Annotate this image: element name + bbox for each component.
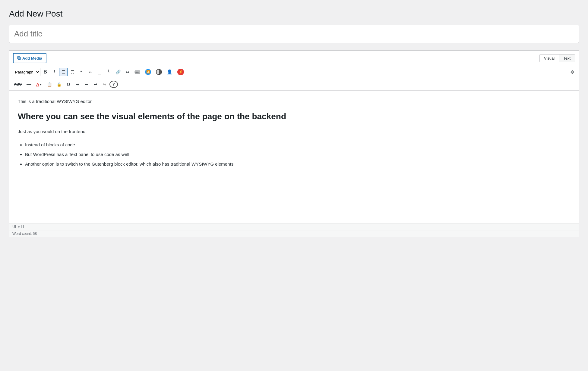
- tab-visual[interactable]: Visual: [540, 55, 559, 62]
- outdent-button[interactable]: ⇤: [82, 80, 91, 89]
- editor-paragraph-2: Just as you would on the frontend.: [18, 128, 570, 135]
- more-tag-button[interactable]: ⇔: [123, 68, 132, 76]
- wifi-plugin-button[interactable]: 📶: [143, 68, 153, 76]
- pie-icon: [156, 69, 162, 75]
- editor-heading: Where you can see the visual elements of…: [18, 111, 570, 122]
- title-input-wrapper: [9, 25, 579, 43]
- ordered-list-button[interactable]: ☶: [68, 68, 77, 76]
- toolbar-row-2: ABC — A ▼ 📋 🔒 Ω ⇥ ⇤ ↩ ↪ ?: [9, 78, 579, 91]
- tab-text[interactable]: Text: [559, 55, 575, 62]
- help-button[interactable]: ?: [109, 81, 118, 88]
- undo-button[interactable]: ↩: [91, 80, 100, 89]
- add-media-icon: ⧉: [17, 55, 21, 61]
- card-icon: 👤: [167, 69, 172, 75]
- text-color-icon: A: [36, 82, 39, 87]
- indent-button[interactable]: ⇥: [73, 80, 82, 89]
- fullscreen-button[interactable]: ✥: [568, 68, 576, 76]
- wifi-icon: 📶: [145, 69, 151, 75]
- link-button[interactable]: 🔗: [113, 68, 123, 76]
- editor-body[interactable]: This is a traditional WYSIWYG editor Whe…: [9, 91, 579, 223]
- add-media-label: Add Media: [22, 56, 42, 61]
- word-count-label: Word count: 58: [12, 232, 37, 236]
- blockquote-button[interactable]: ❝: [77, 68, 86, 76]
- editor-container: ⧉ Add Media Visual Text Paragraph B I ☰ …: [9, 50, 579, 237]
- keyboard-icon-button[interactable]: ⌨: [132, 68, 142, 76]
- red-bolt-plugin-button[interactable]: ⚡: [175, 68, 186, 76]
- toolbar-row-1: Paragraph B I ☰ ☶ ❝ ⇤ ⎯ └ 🔗 ⇔ ⌨ 📶 👤 ⚡ ✥: [9, 66, 579, 78]
- unordered-list-button[interactable]: ☰: [59, 68, 68, 76]
- editor-list: Instead of blocks of code But WordPress …: [25, 141, 570, 168]
- editor-top-bar: ⧉ Add Media Visual Text: [9, 51, 579, 66]
- editor-paragraph-1: This is a traditional WYSIWYG editor: [18, 98, 570, 105]
- align-center-button[interactable]: ⎯: [95, 68, 104, 76]
- align-right-button[interactable]: └: [104, 68, 113, 76]
- card-plugin-button[interactable]: 👤: [165, 68, 175, 76]
- title-input[interactable]: [9, 25, 579, 43]
- italic-button[interactable]: I: [50, 68, 58, 76]
- visual-text-tabs: Visual Text: [539, 54, 575, 62]
- list-item: Another option is to switch to the Guten…: [25, 161, 570, 168]
- red-bolt-icon: ⚡: [177, 69, 184, 75]
- editor-status-bar: UL » LI: [9, 223, 579, 230]
- text-color-dropdown-icon: ▼: [39, 83, 42, 86]
- pie-plugin-button[interactable]: [154, 68, 164, 76]
- strikethrough-icon: ABC: [14, 82, 22, 86]
- list-item: But WordPress has a Text panel to use co…: [25, 151, 570, 158]
- paragraph-select[interactable]: Paragraph: [12, 68, 40, 76]
- clear-format-button[interactable]: 🔒: [55, 80, 64, 89]
- word-count-bar: Word count: 58: [9, 230, 579, 237]
- status-path: UL » LI: [12, 225, 24, 229]
- horizontal-rule-button[interactable]: —: [24, 80, 33, 89]
- add-media-button[interactable]: ⧉ Add Media: [13, 53, 46, 63]
- list-item: Instead of blocks of code: [25, 141, 570, 148]
- special-char-button[interactable]: Ω: [64, 80, 73, 89]
- bold-button[interactable]: B: [41, 68, 49, 76]
- align-left-button[interactable]: ⇤: [86, 68, 95, 76]
- strikethrough-button[interactable]: ABC: [12, 80, 24, 89]
- paste-word-button[interactable]: 📋: [45, 80, 54, 89]
- text-color-button[interactable]: A ▼: [34, 80, 44, 89]
- redo-button[interactable]: ↪: [100, 80, 109, 89]
- page-title: Add New Post: [9, 9, 579, 19]
